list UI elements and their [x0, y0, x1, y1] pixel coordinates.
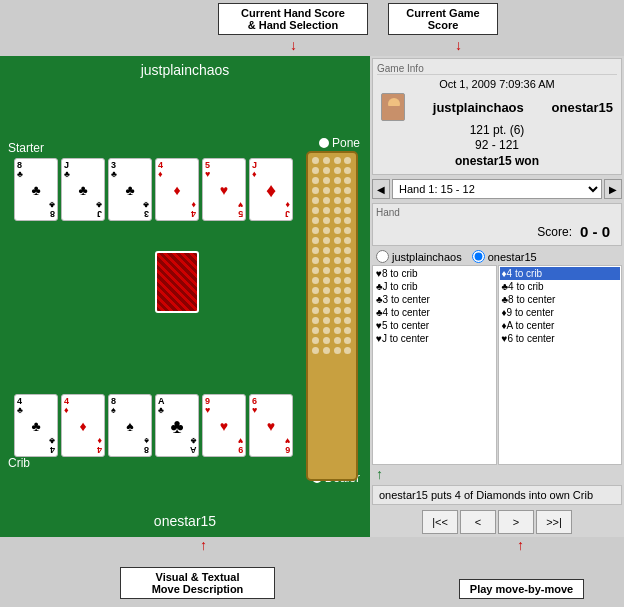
card-6h: 6♥ ♥ 6♥ [249, 394, 293, 457]
player1-radio[interactable] [376, 250, 389, 263]
card-5h: 5♥ ♥ 5♥ [202, 158, 246, 221]
move-arrow-indicator: ↑ [376, 466, 618, 482]
hand-section-title: Hand [376, 207, 618, 218]
player1-radio-label[interactable]: justplainchaos [376, 250, 462, 263]
bottom-annotation-area: ↑ ↑ Visual & Textual Move Description Pl… [0, 537, 624, 607]
card-9h: 9♥ ♥ 9♥ [202, 394, 246, 457]
right-panel: Game Info Oct 1, 2009 7:09:36 AM justpla… [370, 56, 624, 537]
hand-next-button[interactable]: ▶ [604, 179, 622, 199]
move-item-2-6: ♥6 to center [500, 332, 621, 345]
player-top-name: justplainchaos [0, 56, 370, 82]
move-item-2-4: ♦9 to center [500, 306, 621, 319]
card-4d-b: 4♦ ♦ 4♦ [61, 394, 105, 457]
nav-prev-button[interactable]: < [460, 510, 496, 534]
nav-next-button[interactable]: > [498, 510, 534, 534]
card-8s: 8♠ ♠ 8♠ [108, 394, 152, 457]
game-info-date: Oct 1, 2009 7:09:36 AM [377, 78, 617, 90]
card-jd: J♦ ♦ J♦ [249, 158, 293, 221]
starter-label: Starter [8, 141, 44, 155]
avatar [381, 93, 405, 121]
player2-move-list: ♦4 to crib ♣4 to crib ♣8 to center ♦9 to… [498, 265, 623, 465]
player-bottom-name: onestar15 [0, 513, 370, 529]
move-item-2-5: ♦A to center [500, 319, 621, 332]
move-lists: ♥8 to crib ♣J to crib ♣3 to center ♣4 to… [372, 265, 622, 465]
move-item-1-3: ♣3 to center [374, 293, 495, 306]
face-down-card [155, 251, 199, 313]
game-score-diff: 92 - 121 [377, 138, 617, 152]
annotation-game-label: Current Game Score [406, 7, 479, 31]
hand-score-value: 0 - 0 [580, 223, 610, 240]
move-item-1-1: ♥8 to crib [374, 267, 495, 280]
arrow-game: ↓ [455, 38, 462, 52]
card-4c: 4♣ ♣ 4♣ [14, 394, 58, 457]
game-winner: onestar15 won [377, 154, 617, 168]
annotation-play: Play move-by-move [459, 579, 584, 599]
players-toggle: justplainchaos onestar15 [376, 250, 618, 263]
hand-score-row: Score: 0 - 0 [376, 221, 618, 242]
top-cards-row: 8♣ ♣ 8♣ J♣ ♣ J♣ 3♣ ♣ 3♣ 4♦ [14, 158, 293, 221]
arrow-play: ↑ [517, 537, 524, 553]
card-jc: J♣ ♣ J♣ [61, 158, 105, 221]
status-bar: onestar15 puts 4 of Diamonds into own Cr… [372, 485, 622, 505]
game-board: justplainchaos Starter Pone 8♣ ♣ 8♣ J♣ [0, 56, 370, 537]
annotation-game-score: Current Game Score [388, 3, 498, 35]
game-score-pts: 121 pt. (6) [377, 123, 617, 137]
content-row: justplainchaos Starter Pone 8♣ ♣ 8♣ J♣ [0, 56, 624, 537]
pone-label: Pone [319, 136, 360, 150]
card-3c: 3♣ ♣ 3♣ [108, 158, 152, 221]
player2-radio-label[interactable]: onestar15 [472, 250, 537, 263]
annotation-visual: Visual & Textual Move Description [120, 567, 275, 599]
crib-label: Crib [8, 456, 30, 470]
hand-score-label: Score: [537, 225, 572, 239]
arrow-visual: ↑ [200, 537, 207, 553]
move-item-1-5: ♥5 to center [374, 319, 495, 332]
move-item-1-4: ♣4 to center [374, 306, 495, 319]
move-item-1-2: ♣J to crib [374, 280, 495, 293]
cribbage-board [306, 151, 358, 481]
hand-selector-row: ◀ Hand 1: 15 - 12 ▶ [372, 179, 622, 199]
bottom-nav: |<< < > >>| [370, 507, 624, 537]
move-item-2-2: ♣4 to crib [500, 280, 621, 293]
game-info-title: Game Info [377, 63, 617, 75]
player1-move-list: ♥8 to crib ♣J to crib ♣3 to center ♣4 to… [372, 265, 497, 465]
top-annotation-area: Current Hand Score & Hand Selection Curr… [0, 0, 624, 56]
crib-card-area [155, 251, 199, 313]
hand-prev-button[interactable]: ◀ [372, 179, 390, 199]
game-player2: onestar15 [552, 100, 613, 115]
move-item-2-1-highlighted: ♦4 to crib [500, 267, 621, 280]
nav-first-button[interactable]: |<< [422, 510, 458, 534]
move-item-2-3: ♣8 to center [500, 293, 621, 306]
annotation-visual-label: Visual & Textual Move Description [152, 571, 244, 595]
pone-radio [319, 138, 329, 148]
player2-radio[interactable] [472, 250, 485, 263]
card-8c: 8♣ ♣ 8♣ [14, 158, 58, 221]
nav-last-button[interactable]: >>| [536, 510, 572, 534]
move-item-1-6: ♥J to center [374, 332, 495, 345]
annotation-play-label: Play move-by-move [470, 583, 573, 595]
card-4d: 4♦ ♦ 4♦ [155, 158, 199, 221]
main-container: Current Hand Score & Hand Selection Curr… [0, 0, 624, 607]
game-player1: justplainchaos [433, 100, 524, 115]
hand-select[interactable]: Hand 1: 15 - 12 [392, 179, 602, 199]
annotation-hand-label: Current Hand Score & Hand Selection [241, 7, 345, 31]
arrow-hand: ↓ [290, 38, 297, 52]
hand-section: Hand Score: 0 - 0 [372, 203, 622, 246]
bottom-cards-row: 4♣ ♣ 4♣ 4♦ ♦ 4♦ 8♠ ♠ 8♠ A♣ [14, 394, 293, 457]
annotation-hand-score: Current Hand Score & Hand Selection [218, 3, 368, 35]
card-ac: A♣ ♣ A♣ [155, 394, 199, 457]
game-info-section: Game Info Oct 1, 2009 7:09:36 AM justpla… [372, 58, 622, 175]
